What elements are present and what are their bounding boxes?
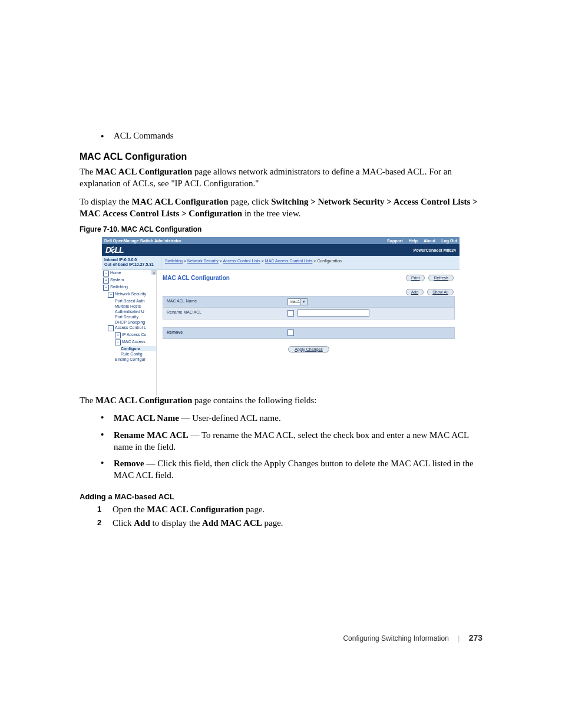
tree-item[interactable]: Port Based Auth xyxy=(115,299,145,303)
list-item: • Remove — Click this field, then click … xyxy=(101,457,486,482)
list-item-text: ACL Commands xyxy=(114,131,174,141)
refresh-button[interactable]: Refresh xyxy=(428,275,454,281)
info-bar: Inband IP:0.0.0.0 Out-of-band IP:10.27.5… xyxy=(102,256,459,270)
showall-button[interactable]: Show All xyxy=(427,289,454,295)
tree-item[interactable]: DHCP Snooping xyxy=(115,320,145,324)
about-link[interactable]: About xyxy=(424,239,435,243)
breadcrumb-link[interactable]: Access Control Lists xyxy=(223,259,260,263)
list-item: • Rename MAC ACL — To rename the MAC ACL… xyxy=(101,429,486,453)
page-number: 273 xyxy=(469,633,482,643)
breadcrumb-current: Configuration xyxy=(317,259,342,263)
label-remove: Remove xyxy=(163,328,285,338)
tree-network-security[interactable]: Network Security xyxy=(115,292,146,298)
tree-item[interactable]: Multiple Hosts xyxy=(115,304,141,308)
collapse-icon[interactable]: − xyxy=(115,340,121,345)
bullet-icon: • xyxy=(101,131,114,141)
step-number: 1 xyxy=(97,505,113,515)
paragraph: The MAC ACL Configuration page allows ne… xyxy=(80,166,486,190)
step-number: 2 xyxy=(97,518,113,528)
scroll-up-icon[interactable]: ▴ xyxy=(151,270,156,275)
expand-icon[interactable]: + xyxy=(103,278,109,284)
list-item: • ACL Commands xyxy=(101,131,486,141)
rename-input[interactable] xyxy=(297,309,369,317)
tree-ipacl[interactable]: IP Access Co xyxy=(122,332,147,338)
label-rename: Rename MAC ACL xyxy=(163,308,285,319)
tree-macacl[interactable]: MAC Access xyxy=(122,340,146,345)
form-section: MAC ACL Name mac1 Rename MAC ACL xyxy=(163,296,455,319)
breadcrumb-link[interactable]: Switching xyxy=(165,259,183,263)
ip-cell: Inband IP:0.0.0.0 Out-of-band IP:10.27.5… xyxy=(102,256,161,269)
tree-binding[interactable]: Binding Configur xyxy=(115,357,146,361)
bullet-icon: • xyxy=(101,457,114,482)
breadcrumb-link[interactable]: MAC Access Control Lists xyxy=(265,259,313,263)
tree-system[interactable]: System xyxy=(110,278,124,284)
tree-item[interactable]: Authenticated U xyxy=(115,309,144,314)
model-name: PowerConnect M8024 xyxy=(414,248,456,252)
help-link[interactable]: Help xyxy=(409,239,418,243)
breadcrumb: Switching > Network Security > Access Co… xyxy=(161,256,345,269)
support-link[interactable]: Support xyxy=(387,239,403,243)
content-panel: MAC ACL Configuration Print Refresh Add … xyxy=(157,270,459,396)
footer-section: Configuring Switching Information xyxy=(343,634,448,643)
separator-icon: | xyxy=(458,634,459,643)
expand-icon[interactable]: + xyxy=(115,332,121,338)
document-page: • ACL Commands MAC ACL Configuration The… xyxy=(80,131,486,532)
window-titlebar: Dell OpenManage Switch Administrator Sup… xyxy=(102,237,459,244)
paragraph: To display the MAC ACL Configuration pag… xyxy=(80,196,486,220)
field-list: • MAC ACL Name — User-defined ACL name. … xyxy=(101,412,486,481)
figure-caption: Figure 7-10. MAC ACL Configuration xyxy=(80,225,486,233)
page-footer: Configuring Switching Information | 273 xyxy=(343,633,482,643)
form-section: Remove xyxy=(163,327,455,339)
collapse-icon[interactable]: − xyxy=(103,285,109,291)
heading-3: Adding a MAC-based ACL xyxy=(80,492,486,501)
list-item: 1 Open the MAC ACL Configuration page. xyxy=(97,505,486,515)
tree-rule-config[interactable]: Rule Config xyxy=(121,352,143,356)
tree-switching[interactable]: Switching xyxy=(110,285,128,291)
collapse-icon[interactable]: − xyxy=(108,325,114,331)
print-button[interactable]: Print xyxy=(406,275,425,281)
logout-link[interactable]: Log Out xyxy=(441,239,457,243)
tree-item[interactable]: Port Security xyxy=(115,315,138,319)
remove-checkbox[interactable] xyxy=(287,330,294,336)
dell-logo: DELL xyxy=(105,246,124,254)
label-acl-name: MAC ACL Name xyxy=(163,297,285,307)
brand-bar: DELL PowerConnect M8024 xyxy=(102,244,459,256)
list-item: • MAC ACL Name — User-defined ACL name. xyxy=(101,412,486,424)
paragraph: The MAC ACL Configuration page contains … xyxy=(80,394,486,406)
bullet-icon: • xyxy=(101,412,114,424)
tree-configuration[interactable]: Configura xyxy=(121,347,140,351)
bullet-icon: • xyxy=(101,429,114,453)
collapse-icon[interactable]: − xyxy=(103,271,109,276)
ordered-list: 1 Open the MAC ACL Configuration page. 2… xyxy=(97,505,486,528)
apply-changes-button[interactable]: Apply Changes xyxy=(288,346,329,353)
tree-home[interactable]: Home xyxy=(110,271,121,276)
add-button[interactable]: Add xyxy=(406,289,424,295)
breadcrumb-link[interactable]: Network Security xyxy=(187,259,219,263)
rename-checkbox[interactable] xyxy=(287,310,294,317)
collapse-icon[interactable]: − xyxy=(108,292,114,298)
heading-2: MAC ACL Configuration xyxy=(80,151,486,162)
tree-acl[interactable]: Access Control L xyxy=(115,325,146,331)
window-title: Dell OpenManage Switch Administrator xyxy=(104,239,181,243)
embedded-screenshot: Dell OpenManage Switch Administrator Sup… xyxy=(102,237,459,391)
nav-tree[interactable]: ▴ −Home +System −Switching −Network Secu… xyxy=(102,270,157,396)
list-item: 2 Click Add to display the Add MAC ACL p… xyxy=(97,518,486,528)
acl-name-select[interactable]: mac1 xyxy=(287,298,308,305)
